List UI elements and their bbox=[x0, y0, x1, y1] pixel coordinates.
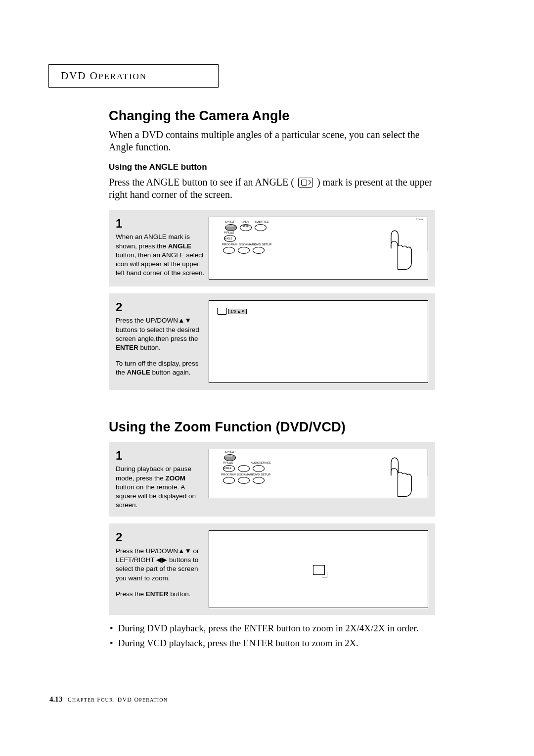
text: Press the UP/DOWN▲▼ or LEFT/RIGHT ◀▶ but… bbox=[116, 547, 199, 582]
text: button again. bbox=[150, 369, 191, 376]
section1-step2: 2 Press the UP/DOWN▲▼ buttons to select … bbox=[109, 293, 435, 390]
step-text: 2 Press the UP/DOWN▲▼ or LEFT/RIGHT ◀▶ b… bbox=[109, 523, 209, 605]
remote-button bbox=[223, 477, 235, 484]
text: button. bbox=[169, 590, 191, 598]
section-header: DVD OPERATION bbox=[61, 70, 147, 82]
remote-label: ANGLE bbox=[223, 467, 231, 470]
remote-label: ZOOM bbox=[224, 455, 232, 458]
zoom-square-icon bbox=[313, 565, 325, 575]
step-figure-screen: 1/6 ▲▼ bbox=[209, 300, 428, 383]
section1-sub: Using the ANGLE button bbox=[109, 162, 435, 172]
remote-label: P.PLUS bbox=[224, 231, 234, 234]
section1-step1: 1 When an ANGLE mark is shown, press the… bbox=[109, 210, 435, 286]
remote-label: ANGLE bbox=[224, 237, 232, 240]
step-number: 2 bbox=[116, 529, 205, 545]
section1-title: Changing the Camera Angle bbox=[109, 108, 435, 124]
text: Press the ANGLE button to see if an ANGL… bbox=[109, 177, 297, 188]
list-item: During VCD playback, press the ENTER but… bbox=[110, 637, 435, 650]
figure-clip bbox=[427, 449, 428, 476]
remote-button bbox=[253, 247, 265, 254]
section1-intro: When a DVD contains multiple angles of a… bbox=[109, 129, 435, 153]
remote-button bbox=[253, 477, 265, 484]
step-text: 2 Press the UP/DOWN▲▼ buttons to select … bbox=[109, 293, 209, 384]
list-item: During DVD playback, press the ENTER but… bbox=[110, 622, 435, 635]
section2-title: Using the Zoom Function (DVD/VCD) bbox=[109, 420, 435, 435]
remote-label: AUDIO/ERASE bbox=[251, 461, 271, 464]
figure-clip bbox=[427, 217, 428, 251]
step-number: 1 bbox=[116, 448, 205, 464]
text-bold: ZOOM bbox=[166, 474, 186, 482]
remote-button bbox=[253, 465, 265, 472]
remote-button bbox=[223, 247, 235, 254]
text: button, then an ANGLE select icon will a… bbox=[116, 251, 204, 277]
hand-icon bbox=[373, 227, 418, 272]
page-number: 4.13 bbox=[49, 695, 62, 703]
remote-label: SP/SLP bbox=[225, 220, 235, 223]
step-figure-remote: SP/SLP ZOOM P.PLUS ANGLE AUDIO/ERASE PRO… bbox=[209, 449, 428, 498]
section-header-box: DVD OPERATION bbox=[48, 64, 219, 88]
text: button. bbox=[138, 344, 161, 351]
remote-button bbox=[255, 224, 267, 231]
step-figure-screen bbox=[209, 530, 428, 608]
step-number: 2 bbox=[116, 299, 205, 315]
angle-osd-badge: 1/6 ▲▼ bbox=[217, 308, 247, 315]
hand-icon bbox=[373, 454, 418, 498]
page-footer: 4.13 CHAPTER FOUR: DVD OPERATION bbox=[49, 695, 168, 704]
remote-button bbox=[238, 477, 250, 484]
section2-step2: 2 Press the UP/DOWN▲▼ or LEFT/RIGHT ◀▶ b… bbox=[109, 523, 435, 615]
remote-label: PROGRAM bbox=[222, 243, 237, 246]
step-figure-remote: SP/SLP F.ADV SUBTITLE REC ZOOM STEP P.PL… bbox=[209, 217, 428, 280]
remote-label: SP/SLP bbox=[225, 450, 235, 453]
remote-label: REC bbox=[416, 217, 423, 220]
remote-label: ZOOM bbox=[225, 225, 233, 228]
step-text: 1 During playback or pause mode, press t… bbox=[109, 442, 209, 517]
text: Press the bbox=[116, 590, 146, 598]
remote-label: P.PLUS bbox=[223, 461, 233, 464]
remote-button bbox=[238, 247, 250, 254]
step-number: 1 bbox=[116, 216, 205, 232]
camera-icon bbox=[217, 308, 227, 315]
text-bold: ENTER bbox=[146, 590, 169, 598]
remote-label: BOOKMARK bbox=[239, 243, 256, 246]
angle-counter: 1/6 ▲▼ bbox=[228, 309, 247, 314]
remote-label: STEP bbox=[242, 225, 249, 228]
text-bold: ENTER bbox=[116, 344, 138, 351]
text: button on the remote. A square will be d… bbox=[116, 483, 196, 509]
section2-step1: 1 During playback or pause mode, press t… bbox=[109, 442, 435, 517]
step-text: 1 When an ANGLE mark is shown, press the… bbox=[109, 210, 209, 284]
notes-list: During DVD playback, press the ENTER but… bbox=[110, 622, 435, 649]
remote-label: DVD SETUP bbox=[255, 243, 271, 246]
section1-sub-intro: Press the ANGLE button to see if an ANGL… bbox=[109, 176, 435, 201]
remote-label: DVD SETUP bbox=[254, 473, 270, 476]
remote-label: SUBTITLE bbox=[255, 220, 269, 223]
text: Press the UP/DOWN▲▼ buttons to select th… bbox=[116, 317, 199, 342]
chapter-label: CHAPTER FOUR: DVD OPERATION bbox=[68, 696, 168, 703]
page-content: DVD OPERATION Changing the Camera Angle … bbox=[49, 64, 445, 652]
text-bold: ANGLE bbox=[168, 242, 191, 250]
text-bold: ANGLE bbox=[127, 369, 150, 376]
remote-label: PROGRAM bbox=[221, 473, 236, 476]
angle-mark-icon bbox=[298, 178, 313, 188]
remote-button bbox=[238, 465, 250, 472]
content-area: Changing the Camera Angle When a DVD con… bbox=[109, 108, 435, 650]
remote-label: F.ADV bbox=[241, 220, 249, 223]
remote-label: BOOKMARK bbox=[237, 473, 254, 476]
